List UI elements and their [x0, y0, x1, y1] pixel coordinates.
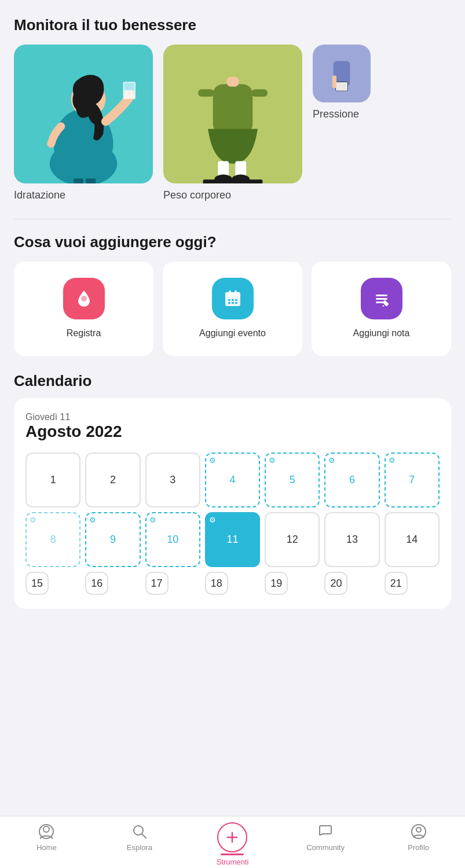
- nav-esplora[interactable]: Esplora: [93, 822, 186, 852]
- calendar-section: Calendario Giovedì 11 Agosto 2022 1 2 3 …: [14, 372, 451, 609]
- cal-day-1[interactable]: 1: [25, 453, 80, 507]
- registra-icon-bg: [63, 278, 105, 319]
- tracking-title: Monitora il tuo benessere: [14, 16, 451, 34]
- tracking-cards-row: Idratazione: [14, 45, 451, 201]
- svg-rect-6: [86, 178, 96, 183]
- svg-rect-14: [198, 89, 214, 97]
- svg-point-43: [416, 827, 421, 832]
- nav-home[interactable]: Home: [0, 822, 93, 852]
- track-card-weight[interactable]: [163, 45, 302, 183]
- card-wrapper-weight: Peso corporeo: [163, 45, 302, 201]
- calendar-title: Calendario: [14, 372, 451, 390]
- weight-label: Peso corporeo: [163, 189, 302, 201]
- cal-day-5[interactable]: ⚙5: [265, 453, 320, 507]
- nav-community[interactable]: Community: [279, 822, 372, 852]
- action-card-registra[interactable]: Registra: [14, 262, 153, 356]
- svg-rect-29: [229, 290, 231, 295]
- svg-rect-31: [376, 295, 387, 296]
- svg-rect-22: [225, 292, 240, 297]
- cal-day-14[interactable]: 14: [385, 512, 440, 567]
- cal-day-8[interactable]: ⚙8: [25, 512, 80, 567]
- svg-rect-24: [232, 299, 234, 301]
- cal-day-3[interactable]: 3: [145, 453, 200, 507]
- note-icon: [371, 288, 392, 309]
- calendar-grid-row1: 1 2 3 ⚙4 ⚙5 ⚙6 ⚙7: [25, 453, 440, 507]
- cal-day-19[interactable]: 19: [265, 572, 288, 595]
- nota-label: Aggiungi nota: [353, 328, 410, 340]
- divider-1: [14, 219, 451, 219]
- cal-day-17[interactable]: 17: [145, 572, 169, 595]
- cal-day-11[interactable]: ⚙11: [205, 512, 260, 567]
- svg-rect-7: [213, 84, 253, 134]
- svg-rect-5: [74, 178, 83, 183]
- search-icon: [130, 822, 149, 841]
- nav-strumenti-label: Strumenti: [217, 858, 249, 866]
- svg-rect-13: [203, 179, 263, 183]
- action-card-nota[interactable]: Aggiungi nota: [312, 262, 451, 356]
- community-icon: [316, 822, 335, 841]
- cal-day-6[interactable]: ⚙6: [324, 453, 379, 507]
- card-wrapper-pressure: Pressione: [313, 45, 371, 201]
- cal-day-9[interactable]: ⚙9: [85, 512, 140, 567]
- cal-day-20[interactable]: 20: [324, 572, 347, 595]
- cal-day-15[interactable]: 15: [25, 572, 49, 595]
- calendar-card: Giovedì 11 Agosto 2022 1 2 3 ⚙4 ⚙5 ⚙6: [14, 398, 451, 609]
- svg-rect-26: [228, 302, 230, 304]
- main-content: Monitora il tuo benessere: [0, 0, 465, 816]
- evento-label: Aggiungi evento: [199, 328, 266, 340]
- app-container: Monitora il tuo benessere: [0, 0, 465, 868]
- calendar-grid-row3: 15 16 17 18 19 20 21: [25, 572, 440, 595]
- active-indicator: [221, 854, 244, 855]
- svg-rect-19: [332, 76, 336, 88]
- nav-profilo-label: Profilo: [408, 843, 429, 852]
- svg-rect-23: [228, 299, 230, 301]
- cal-day-7[interactable]: ⚙7: [385, 453, 440, 507]
- svg-rect-28: [235, 302, 237, 304]
- hydration-label: Idratazione: [14, 189, 153, 201]
- cal-day-13[interactable]: 13: [324, 512, 379, 567]
- svg-rect-15: [252, 89, 268, 97]
- track-card-hydration[interactable]: [14, 45, 153, 183]
- nav-community-label: Community: [306, 843, 345, 852]
- svg-point-36: [43, 826, 49, 832]
- weight-illustration: [163, 45, 302, 183]
- water-drop-icon: [74, 288, 94, 309]
- registra-label: Registra: [67, 328, 101, 340]
- svg-rect-25: [235, 299, 237, 301]
- cal-day-18[interactable]: 18: [205, 572, 228, 595]
- cal-day-4[interactable]: ⚙4: [205, 453, 260, 507]
- tracking-section: Monitora il tuo benessere: [14, 16, 451, 201]
- action-cards-row: Registra: [14, 262, 451, 356]
- nav-strumenti[interactable]: Strumenti: [186, 822, 279, 866]
- home-icon: [37, 822, 56, 841]
- add-section: Cosa vuoi aggiungere oggi? Registra: [14, 233, 451, 356]
- svg-rect-30: [235, 290, 237, 295]
- svg-point-20: [81, 296, 87, 301]
- nav-home-label: Home: [36, 843, 57, 852]
- svg-rect-32: [376, 298, 387, 300]
- svg-line-39: [142, 834, 146, 838]
- nav-esplora-label: Esplora: [127, 843, 152, 852]
- profile-icon: [409, 822, 428, 841]
- calendar-header: Giovedì 11 Agosto 2022: [25, 412, 440, 441]
- calendar-month-label: Agosto 2022: [25, 422, 440, 441]
- cal-day-12[interactable]: 12: [265, 512, 320, 567]
- nav-profilo[interactable]: Profilo: [372, 822, 465, 852]
- evento-icon-bg: [212, 278, 254, 319]
- action-card-evento[interactable]: Aggiungi evento: [163, 262, 302, 356]
- track-card-pressure[interactable]: [313, 45, 371, 102]
- bottom-nav: Home Esplora Strumenti: [0, 816, 465, 868]
- svg-rect-27: [232, 302, 234, 304]
- cal-day-10[interactable]: ⚙10: [145, 512, 200, 567]
- hydration-illustration: [14, 45, 153, 183]
- card-wrapper-hydration: Idratazione: [14, 45, 153, 201]
- cal-day-16[interactable]: 16: [85, 572, 108, 595]
- svg-rect-18: [336, 82, 347, 91]
- pressure-label: Pressione: [313, 108, 371, 120]
- pressure-illustration: [313, 45, 371, 102]
- cal-day-2[interactable]: 2: [85, 453, 140, 507]
- cal-day-21[interactable]: 21: [385, 572, 408, 595]
- svg-marker-35: [382, 305, 385, 307]
- svg-rect-8: [227, 77, 239, 87]
- calendar-grid-row2: ⚙8 ⚙9 ⚙10 ⚙11 12 13 14: [25, 512, 440, 567]
